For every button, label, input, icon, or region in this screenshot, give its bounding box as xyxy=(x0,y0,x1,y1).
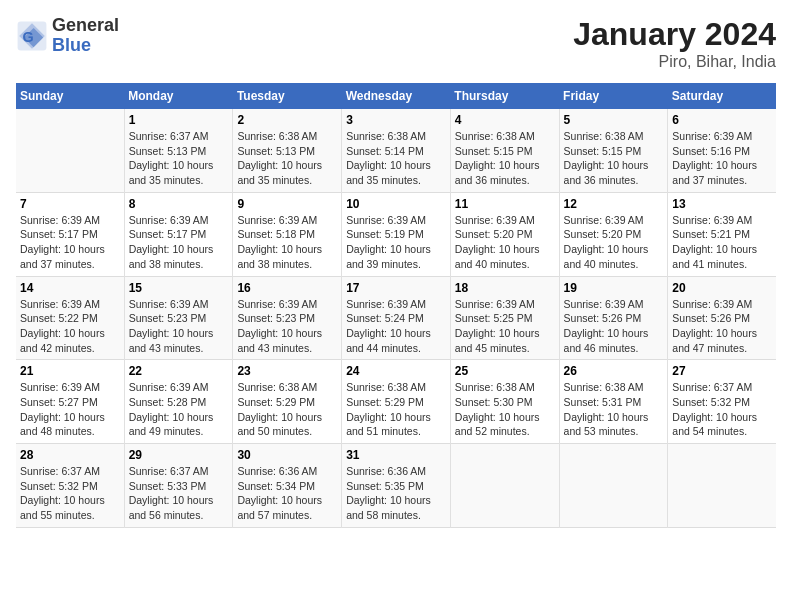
day-number: 11 xyxy=(455,197,555,211)
calendar-cell: 24Sunrise: 6:38 AM Sunset: 5:29 PM Dayli… xyxy=(342,360,451,444)
day-info: Sunrise: 6:38 AM Sunset: 5:29 PM Dayligh… xyxy=(346,380,446,439)
day-info: Sunrise: 6:37 AM Sunset: 5:32 PM Dayligh… xyxy=(20,464,120,523)
day-info: Sunrise: 6:39 AM Sunset: 5:20 PM Dayligh… xyxy=(564,213,664,272)
title-area: January 2024 Piro, Bihar, India xyxy=(573,16,776,71)
calendar-cell: 28Sunrise: 6:37 AM Sunset: 5:32 PM Dayli… xyxy=(16,444,124,528)
calendar-cell: 5Sunrise: 6:38 AM Sunset: 5:15 PM Daylig… xyxy=(559,109,668,192)
svg-text:G: G xyxy=(22,29,33,45)
day-info: Sunrise: 6:39 AM Sunset: 5:21 PM Dayligh… xyxy=(672,213,772,272)
calendar-cell xyxy=(16,109,124,192)
day-number: 27 xyxy=(672,364,772,378)
day-info: Sunrise: 6:39 AM Sunset: 5:26 PM Dayligh… xyxy=(564,297,664,356)
calendar-cell: 13Sunrise: 6:39 AM Sunset: 5:21 PM Dayli… xyxy=(668,192,776,276)
day-number: 26 xyxy=(564,364,664,378)
day-number: 21 xyxy=(20,364,120,378)
day-info: Sunrise: 6:39 AM Sunset: 5:23 PM Dayligh… xyxy=(129,297,229,356)
calendar-cell xyxy=(668,444,776,528)
calendar-cell xyxy=(559,444,668,528)
calendar-cell: 30Sunrise: 6:36 AM Sunset: 5:34 PM Dayli… xyxy=(233,444,342,528)
main-title: January 2024 xyxy=(573,16,776,53)
day-info: Sunrise: 6:39 AM Sunset: 5:28 PM Dayligh… xyxy=(129,380,229,439)
day-number: 3 xyxy=(346,113,446,127)
day-number: 22 xyxy=(129,364,229,378)
week-row: 7Sunrise: 6:39 AM Sunset: 5:17 PM Daylig… xyxy=(16,192,776,276)
day-number: 2 xyxy=(237,113,337,127)
day-number: 15 xyxy=(129,281,229,295)
day-number: 25 xyxy=(455,364,555,378)
day-number: 17 xyxy=(346,281,446,295)
day-number: 10 xyxy=(346,197,446,211)
header-cell: Monday xyxy=(124,83,233,109)
day-info: Sunrise: 6:39 AM Sunset: 5:22 PM Dayligh… xyxy=(20,297,120,356)
calendar-cell: 22Sunrise: 6:39 AM Sunset: 5:28 PM Dayli… xyxy=(124,360,233,444)
calendar-cell: 19Sunrise: 6:39 AM Sunset: 5:26 PM Dayli… xyxy=(559,276,668,360)
day-number: 28 xyxy=(20,448,120,462)
header-cell: Thursday xyxy=(450,83,559,109)
calendar-cell xyxy=(450,444,559,528)
calendar-cell: 31Sunrise: 6:36 AM Sunset: 5:35 PM Dayli… xyxy=(342,444,451,528)
calendar-cell: 26Sunrise: 6:38 AM Sunset: 5:31 PM Dayli… xyxy=(559,360,668,444)
calendar-cell: 2Sunrise: 6:38 AM Sunset: 5:13 PM Daylig… xyxy=(233,109,342,192)
day-info: Sunrise: 6:39 AM Sunset: 5:26 PM Dayligh… xyxy=(672,297,772,356)
day-number: 6 xyxy=(672,113,772,127)
day-info: Sunrise: 6:37 AM Sunset: 5:13 PM Dayligh… xyxy=(129,129,229,188)
calendar-cell: 23Sunrise: 6:38 AM Sunset: 5:29 PM Dayli… xyxy=(233,360,342,444)
day-number: 18 xyxy=(455,281,555,295)
calendar-cell: 27Sunrise: 6:37 AM Sunset: 5:32 PM Dayli… xyxy=(668,360,776,444)
calendar-cell: 7Sunrise: 6:39 AM Sunset: 5:17 PM Daylig… xyxy=(16,192,124,276)
day-number: 1 xyxy=(129,113,229,127)
day-info: Sunrise: 6:38 AM Sunset: 5:29 PM Dayligh… xyxy=(237,380,337,439)
day-info: Sunrise: 6:38 AM Sunset: 5:14 PM Dayligh… xyxy=(346,129,446,188)
week-row: 28Sunrise: 6:37 AM Sunset: 5:32 PM Dayli… xyxy=(16,444,776,528)
logo: G General Blue xyxy=(16,16,119,56)
day-info: Sunrise: 6:38 AM Sunset: 5:15 PM Dayligh… xyxy=(564,129,664,188)
page-header: G General Blue January 2024 Piro, Bihar,… xyxy=(16,16,776,71)
day-info: Sunrise: 6:39 AM Sunset: 5:20 PM Dayligh… xyxy=(455,213,555,272)
day-info: Sunrise: 6:38 AM Sunset: 5:15 PM Dayligh… xyxy=(455,129,555,188)
day-number: 14 xyxy=(20,281,120,295)
week-row: 14Sunrise: 6:39 AM Sunset: 5:22 PM Dayli… xyxy=(16,276,776,360)
day-info: Sunrise: 6:39 AM Sunset: 5:24 PM Dayligh… xyxy=(346,297,446,356)
day-info: Sunrise: 6:36 AM Sunset: 5:34 PM Dayligh… xyxy=(237,464,337,523)
calendar-cell: 21Sunrise: 6:39 AM Sunset: 5:27 PM Dayli… xyxy=(16,360,124,444)
day-info: Sunrise: 6:38 AM Sunset: 5:31 PM Dayligh… xyxy=(564,380,664,439)
calendar-cell: 10Sunrise: 6:39 AM Sunset: 5:19 PM Dayli… xyxy=(342,192,451,276)
calendar-header: SundayMondayTuesdayWednesdayThursdayFrid… xyxy=(16,83,776,109)
logo-text: General Blue xyxy=(52,16,119,56)
week-row: 21Sunrise: 6:39 AM Sunset: 5:27 PM Dayli… xyxy=(16,360,776,444)
day-number: 30 xyxy=(237,448,337,462)
day-number: 8 xyxy=(129,197,229,211)
calendar-body: 1Sunrise: 6:37 AM Sunset: 5:13 PM Daylig… xyxy=(16,109,776,527)
calendar-cell: 14Sunrise: 6:39 AM Sunset: 5:22 PM Dayli… xyxy=(16,276,124,360)
calendar-cell: 25Sunrise: 6:38 AM Sunset: 5:30 PM Dayli… xyxy=(450,360,559,444)
logo-line2: Blue xyxy=(52,36,119,56)
calendar-cell: 11Sunrise: 6:39 AM Sunset: 5:20 PM Dayli… xyxy=(450,192,559,276)
calendar-cell: 20Sunrise: 6:39 AM Sunset: 5:26 PM Dayli… xyxy=(668,276,776,360)
page-container: G General Blue January 2024 Piro, Bihar,… xyxy=(0,0,792,612)
calendar-cell: 29Sunrise: 6:37 AM Sunset: 5:33 PM Dayli… xyxy=(124,444,233,528)
calendar-cell: 16Sunrise: 6:39 AM Sunset: 5:23 PM Dayli… xyxy=(233,276,342,360)
calendar-cell: 15Sunrise: 6:39 AM Sunset: 5:23 PM Dayli… xyxy=(124,276,233,360)
day-number: 9 xyxy=(237,197,337,211)
header-cell: Tuesday xyxy=(233,83,342,109)
day-info: Sunrise: 6:39 AM Sunset: 5:25 PM Dayligh… xyxy=(455,297,555,356)
header-cell: Saturday xyxy=(668,83,776,109)
header-cell: Sunday xyxy=(16,83,124,109)
logo-line1: General xyxy=(52,16,119,36)
day-info: Sunrise: 6:39 AM Sunset: 5:27 PM Dayligh… xyxy=(20,380,120,439)
header-cell: Friday xyxy=(559,83,668,109)
day-info: Sunrise: 6:39 AM Sunset: 5:17 PM Dayligh… xyxy=(20,213,120,272)
calendar-cell: 8Sunrise: 6:39 AM Sunset: 5:17 PM Daylig… xyxy=(124,192,233,276)
day-number: 20 xyxy=(672,281,772,295)
day-info: Sunrise: 6:36 AM Sunset: 5:35 PM Dayligh… xyxy=(346,464,446,523)
calendar-cell: 17Sunrise: 6:39 AM Sunset: 5:24 PM Dayli… xyxy=(342,276,451,360)
day-number: 4 xyxy=(455,113,555,127)
day-info: Sunrise: 6:37 AM Sunset: 5:32 PM Dayligh… xyxy=(672,380,772,439)
header-row: SundayMondayTuesdayWednesdayThursdayFrid… xyxy=(16,83,776,109)
day-info: Sunrise: 6:38 AM Sunset: 5:30 PM Dayligh… xyxy=(455,380,555,439)
header-cell: Wednesday xyxy=(342,83,451,109)
day-info: Sunrise: 6:39 AM Sunset: 5:19 PM Dayligh… xyxy=(346,213,446,272)
day-number: 23 xyxy=(237,364,337,378)
day-number: 5 xyxy=(564,113,664,127)
day-number: 7 xyxy=(20,197,120,211)
